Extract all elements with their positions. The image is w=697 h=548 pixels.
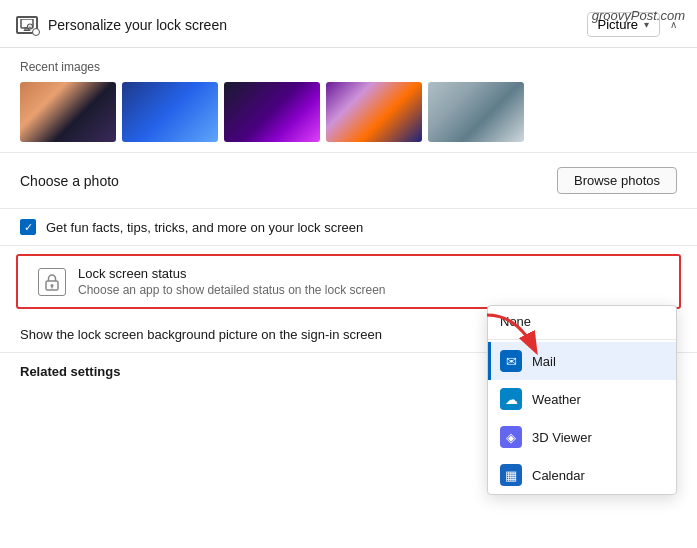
monitor-lock-svg bbox=[20, 19, 34, 31]
thumbnail-3[interactable] bbox=[224, 82, 320, 142]
recent-images-label: Recent images bbox=[20, 60, 677, 74]
3dviewer-label: 3D Viewer bbox=[532, 430, 592, 445]
calendar-icon: ▦ bbox=[500, 464, 522, 486]
checkbox-label: Get fun facts, tips, tricks, and more on… bbox=[46, 220, 363, 235]
weather-icon: ☁ bbox=[500, 388, 522, 410]
related-settings-title: Related settings bbox=[20, 364, 120, 379]
thumbnail-1[interactable] bbox=[20, 82, 116, 142]
svg-rect-4 bbox=[29, 26, 30, 28]
lock-status-title: Lock screen status bbox=[78, 266, 386, 281]
checkbox-row: ✓ Get fun facts, tips, tricks, and more … bbox=[0, 209, 697, 246]
dropdown-calendar-item[interactable]: ▦ Calendar bbox=[488, 456, 676, 494]
signin-label: Show the lock screen background picture … bbox=[20, 327, 382, 342]
watermark-text: groovyPost.com bbox=[592, 8, 685, 23]
thumbnails-row bbox=[20, 82, 677, 142]
choose-photo-section: Choose a photo Browse photos bbox=[0, 153, 697, 209]
svg-rect-2 bbox=[24, 30, 31, 31]
lock-status-icon bbox=[38, 268, 66, 296]
lock-screen-icon bbox=[16, 16, 38, 34]
lock-screen-status-row: Lock screen status Choose an app to show… bbox=[16, 254, 681, 309]
weather-label: Weather bbox=[532, 392, 581, 407]
browse-photos-button[interactable]: Browse photos bbox=[557, 167, 677, 194]
header-left: Personalize your lock screen bbox=[16, 16, 227, 34]
arrow-svg bbox=[477, 310, 547, 365]
fun-facts-checkbox[interactable]: ✓ bbox=[20, 219, 36, 235]
thumbnail-2[interactable] bbox=[122, 82, 218, 142]
checkmark-icon: ✓ bbox=[24, 222, 33, 233]
thumbnail-5[interactable] bbox=[428, 82, 524, 142]
dropdown-weather-item[interactable]: ☁ Weather bbox=[488, 380, 676, 418]
3dviewer-icon: ◈ bbox=[500, 426, 522, 448]
thumbnail-4[interactable] bbox=[326, 82, 422, 142]
lock-screen-text: Lock screen status Choose an app to show… bbox=[78, 266, 386, 297]
calendar-label: Calendar bbox=[532, 468, 585, 483]
choose-photo-label: Choose a photo bbox=[20, 173, 119, 189]
lock-status-description: Choose an app to show detailed status on… bbox=[78, 283, 386, 297]
main-container: groovyPost.com Personalize your lock scr… bbox=[0, 0, 697, 548]
header-title: Personalize your lock screen bbox=[48, 17, 227, 33]
recent-images-section: Recent images bbox=[0, 48, 697, 153]
dropdown-3dviewer-item[interactable]: ◈ 3D Viewer bbox=[488, 418, 676, 456]
svg-rect-7 bbox=[51, 286, 52, 288]
lock-svg bbox=[44, 273, 60, 291]
watermark: groovyPost.com bbox=[592, 8, 685, 23]
